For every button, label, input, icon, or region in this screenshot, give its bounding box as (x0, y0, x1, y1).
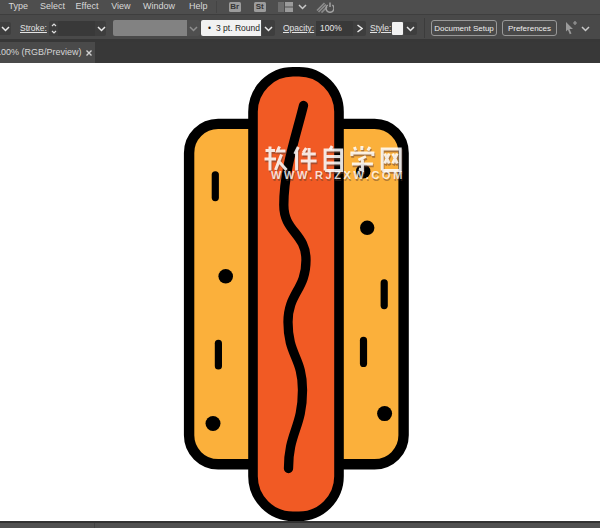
svg-text:WWW.RJZXW.COM: WWW.RJZXW.COM (271, 169, 405, 181)
